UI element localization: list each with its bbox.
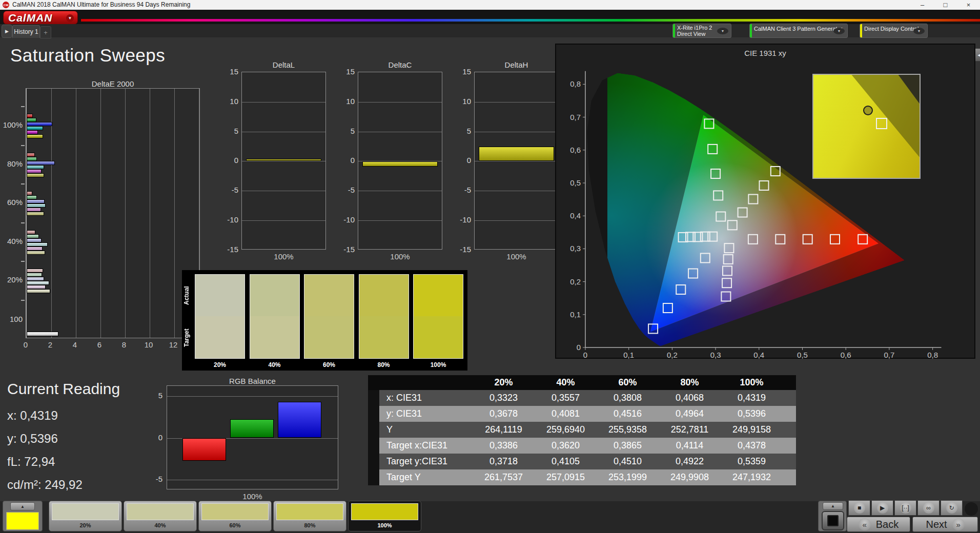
y-tick-label: 10: [334, 97, 355, 106]
table-cell: 249,9158: [721, 422, 783, 438]
deltae2000-y-axis: 100%80%60%40%20%100: [0, 88, 24, 338]
cie-y-tick-label: 0,3: [570, 244, 581, 253]
deltae-bar-blue: [27, 277, 44, 281]
rgb-balance-chart-title: RGB Balance: [167, 377, 338, 385]
pattern-level-button-100%[interactable]: 100%: [348, 501, 421, 531]
axis-tick: [21, 300, 25, 301]
range-button[interactable]: [··]: [894, 500, 916, 516]
gridline: [475, 191, 558, 191]
table-header-60%: 60%: [597, 375, 659, 390]
table-cell: 264,1119: [473, 422, 535, 438]
pattern-level-button-40%[interactable]: 40%: [124, 501, 197, 531]
next-button[interactable]: Next »: [912, 517, 978, 532]
close-icon[interactable]: ×: [957, 0, 980, 10]
expand-color-panel-button[interactable]: ▲: [10, 502, 35, 510]
display-control-status-indicator: [860, 24, 862, 37]
deltae-bar-blue: [27, 161, 55, 165]
table-cell: 0,5359: [721, 454, 783, 469]
target-swatch-20%: [195, 316, 245, 359]
cie-x-tick-label: 0: [583, 351, 587, 359]
pattern-level-label: 40%: [124, 522, 196, 528]
deltae-bar-cyan: [27, 281, 49, 285]
repeat-button[interactable]: ↻: [941, 500, 963, 516]
table-header-40%: 40%: [535, 375, 597, 390]
deltaH-bar: [479, 147, 554, 161]
pattern-level-button-20%[interactable]: 20%: [49, 501, 122, 531]
deltae-bar-blue: [27, 238, 42, 242]
expand-pattern-panel-button[interactable]: ▲: [823, 502, 843, 510]
calman-menu-button[interactable]: CalMAN ▼: [3, 11, 78, 25]
pattern-level-button-80%[interactable]: 80%: [273, 501, 346, 531]
continuous-button[interactable]: ∞: [917, 500, 940, 516]
nav-forward-button[interactable]: ▶: [2, 25, 12, 38]
axis-tick: [21, 145, 25, 146]
chevron-down-icon: ▼: [913, 28, 925, 34]
add-tab-button[interactable]: +: [40, 26, 51, 38]
gridline: [242, 220, 325, 221]
deltae-bar-cyan: [27, 203, 46, 208]
nav-forward-icon: ▶: [5, 29, 9, 34]
target-swatch-40%: [250, 316, 300, 359]
continuous-icon: ∞: [923, 502, 934, 514]
gridline: [242, 102, 325, 102]
measurement-table: 20%40%60%80%100%x: CIE310,33230,35570,38…: [368, 375, 796, 485]
deltae-bar-red: [27, 153, 35, 157]
meter-dropdown[interactable]: X-Rite i1Pro 2 Direct View ▼: [672, 24, 731, 38]
table-row-label: x: CIE31: [379, 390, 473, 406]
meter-name: X-Rite i1Pro 2: [677, 25, 712, 31]
back-button[interactable]: « Back: [847, 517, 910, 532]
y-tick-label: 0: [143, 433, 162, 442]
table-corner: [368, 375, 379, 390]
y-tick-label: 0: [451, 156, 471, 165]
cie-x-tick-label: 0,4: [753, 351, 764, 359]
deltae-x-tick: 6: [93, 340, 106, 349]
tab-history-1[interactable]: History 1: [12, 25, 40, 38]
maximize-icon[interactable]: □: [934, 0, 957, 10]
table-cell: 0,3620: [535, 438, 597, 454]
table-row-pad: [783, 438, 796, 454]
y-tick-label: 5: [218, 127, 238, 135]
stop-button[interactable]: ■: [848, 500, 870, 516]
table-row-pad: [783, 406, 796, 422]
chevrons-left-icon: «: [859, 518, 871, 530]
actual-swatch-40%: [250, 274, 300, 316]
calman-logo-text: CalMAN: [4, 12, 53, 24]
window-titlebar: CM CalMAN 2018 CalMAN Ultimate for Busin…: [0, 0, 980, 10]
deltae-x-tick: 8: [118, 340, 130, 349]
deltae-x-tick: 2: [44, 340, 56, 349]
table-header-100%: 100%: [721, 375, 783, 390]
cie-inset-target-point: [876, 118, 887, 129]
minimize-icon[interactable]: –: [911, 0, 934, 10]
window-controls: – □ ×: [911, 0, 980, 10]
pattern-generator-dropdown[interactable]: CalMAN Client 3 Pattern Generator ▼: [749, 24, 848, 38]
pattern-level-button-60%[interactable]: 60%: [198, 501, 272, 531]
table-cell: 257,0915: [535, 469, 597, 485]
actual-swatch-80%: [359, 274, 409, 316]
chevron-left-icon: ◀: [977, 50, 980, 59]
display-control-dropdown[interactable]: Direct Display Control ▼: [860, 24, 928, 38]
cie-y-tick-label: 0,1: [570, 310, 581, 319]
deltaL-chart: [241, 72, 326, 250]
meter-status-indicator: [673, 24, 675, 37]
table-row-pad: [783, 390, 796, 406]
gridline: [76, 89, 76, 338]
axis-tick: [21, 222, 25, 223]
deltae-bar-green: [27, 234, 39, 238]
gridline: [125, 89, 126, 338]
play-button[interactable]: ▶: [871, 500, 893, 516]
cie-y-tick-label: 0,2: [570, 277, 581, 286]
y-tick-label: -10: [218, 215, 238, 224]
gridline: [242, 132, 325, 132]
window-title: CalMAN 2018 CalMAN Ultimate for Business…: [12, 1, 190, 8]
deltae-bar-red: [27, 230, 35, 234]
y-tick-label: 10: [218, 97, 238, 106]
rainbow-accent-bar: [81, 19, 980, 22]
chevron-down-icon: ▼: [66, 14, 74, 22]
cie-y-tick-label: 0,8: [570, 79, 581, 88]
pattern-window-button[interactable]: [822, 511, 844, 530]
y-tick-label: -10: [451, 215, 471, 224]
cie-x-tick-label: 0,6: [841, 351, 851, 359]
deltae-bar-yellow: [27, 289, 50, 293]
table-row-pad: [783, 454, 796, 469]
gridline: [100, 89, 101, 338]
